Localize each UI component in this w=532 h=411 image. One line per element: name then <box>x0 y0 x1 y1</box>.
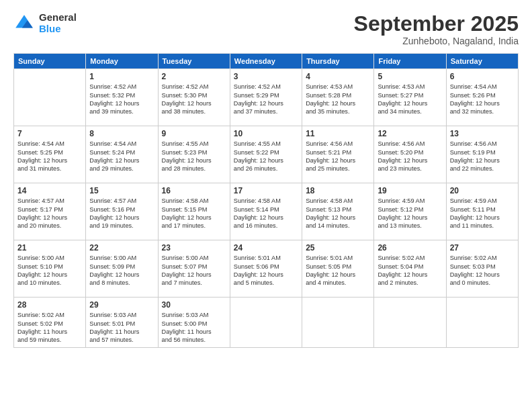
calendar-cell: 13Sunrise: 4:56 AM Sunset: 5:19 PM Dayli… <box>446 126 518 183</box>
day-number: 18 <box>306 186 370 195</box>
day-info: Sunrise: 5:00 AM Sunset: 5:07 PM Dayligh… <box>162 254 226 287</box>
day-number: 29 <box>89 300 154 310</box>
calendar-cell: 29Sunrise: 5:03 AM Sunset: 5:01 PM Dayli… <box>86 298 158 348</box>
calendar-cell: 20Sunrise: 4:59 AM Sunset: 5:11 PM Dayli… <box>446 183 518 240</box>
day-info: Sunrise: 4:53 AM Sunset: 5:27 PM Dayligh… <box>378 83 442 116</box>
header: General Blue September 2025 Zunheboto, N… <box>13 12 519 46</box>
logo-general-text: General <box>39 12 77 24</box>
day-info: Sunrise: 4:58 AM Sunset: 5:14 PM Dayligh… <box>234 197 298 230</box>
day-info: Sunrise: 5:00 AM Sunset: 5:10 PM Dayligh… <box>17 254 82 287</box>
day-number: 8 <box>89 129 154 138</box>
page: General Blue September 2025 Zunheboto, N… <box>0 0 532 411</box>
calendar-cell: 8Sunrise: 4:54 AM Sunset: 5:24 PM Daylig… <box>86 126 158 183</box>
day-number: 26 <box>378 243 442 253</box>
logo-icon <box>13 13 35 34</box>
day-header-monday: Monday <box>86 54 158 69</box>
calendar-cell: 7Sunrise: 4:54 AM Sunset: 5:25 PM Daylig… <box>14 126 86 183</box>
day-number: 19 <box>378 186 442 195</box>
day-header-tuesday: Tuesday <box>158 54 230 69</box>
day-number: 9 <box>162 129 226 138</box>
day-info: Sunrise: 4:53 AM Sunset: 5:28 PM Dayligh… <box>306 83 370 116</box>
day-number: 24 <box>234 243 298 253</box>
day-info: Sunrise: 4:56 AM Sunset: 5:19 PM Dayligh… <box>450 140 515 173</box>
day-number: 10 <box>234 129 298 138</box>
calendar-cell: 9Sunrise: 4:55 AM Sunset: 5:23 PM Daylig… <box>158 126 230 183</box>
calendar-cell: 17Sunrise: 4:58 AM Sunset: 5:14 PM Dayli… <box>230 183 302 240</box>
week-row-2: 7Sunrise: 4:54 AM Sunset: 5:25 PM Daylig… <box>14 126 519 183</box>
month-title: September 2025 <box>354 12 519 36</box>
day-info: Sunrise: 4:56 AM Sunset: 5:20 PM Dayligh… <box>378 140 442 173</box>
day-number: 23 <box>162 243 226 253</box>
day-info: Sunrise: 4:58 AM Sunset: 5:13 PM Dayligh… <box>306 197 370 230</box>
day-number: 1 <box>89 72 154 81</box>
day-info: Sunrise: 4:54 AM Sunset: 5:25 PM Dayligh… <box>17 140 82 173</box>
day-number: 16 <box>162 186 226 195</box>
calendar-cell: 30Sunrise: 5:03 AM Sunset: 5:00 PM Dayli… <box>158 298 230 348</box>
logo-text: General Blue <box>39 12 77 34</box>
calendar-cell: 2Sunrise: 4:52 AM Sunset: 5:30 PM Daylig… <box>158 69 230 126</box>
calendar-cell: 1Sunrise: 4:52 AM Sunset: 5:32 PM Daylig… <box>86 69 158 126</box>
day-info: Sunrise: 4:55 AM Sunset: 5:23 PM Dayligh… <box>162 140 226 173</box>
location-subtitle: Zunheboto, Nagaland, India <box>354 36 519 46</box>
day-number: 3 <box>234 72 298 81</box>
day-info: Sunrise: 4:59 AM Sunset: 5:11 PM Dayligh… <box>450 197 515 230</box>
calendar-header-row: SundayMondayTuesdayWednesdayThursdayFrid… <box>14 54 519 69</box>
day-info: Sunrise: 4:52 AM Sunset: 5:30 PM Dayligh… <box>162 83 226 116</box>
day-number: 22 <box>89 243 154 253</box>
day-info: Sunrise: 4:57 AM Sunset: 5:17 PM Dayligh… <box>17 197 82 230</box>
calendar-cell <box>374 298 446 348</box>
day-info: Sunrise: 5:01 AM Sunset: 5:06 PM Dayligh… <box>234 254 298 287</box>
calendar-cell: 15Sunrise: 4:57 AM Sunset: 5:16 PM Dayli… <box>86 183 158 240</box>
calendar-cell <box>14 69 86 126</box>
calendar-cell: 23Sunrise: 5:00 AM Sunset: 5:07 PM Dayli… <box>158 240 230 298</box>
day-info: Sunrise: 4:55 AM Sunset: 5:22 PM Dayligh… <box>234 140 298 173</box>
day-number: 13 <box>450 129 515 138</box>
calendar-table: SundayMondayTuesdayWednesdayThursdayFrid… <box>13 53 519 348</box>
week-row-5: 28Sunrise: 5:02 AM Sunset: 5:02 PM Dayli… <box>14 298 519 348</box>
calendar-cell: 12Sunrise: 4:56 AM Sunset: 5:20 PM Dayli… <box>374 126 446 183</box>
calendar-cell: 10Sunrise: 4:55 AM Sunset: 5:22 PM Dayli… <box>230 126 302 183</box>
calendar-cell <box>302 298 374 348</box>
calendar-cell: 26Sunrise: 5:02 AM Sunset: 5:04 PM Dayli… <box>374 240 446 298</box>
day-number: 15 <box>89 186 154 195</box>
day-header-saturday: Saturday <box>446 54 518 69</box>
day-number: 5 <box>378 72 442 81</box>
day-number: 6 <box>450 72 515 81</box>
day-number: 4 <box>306 72 370 81</box>
calendar-cell: 22Sunrise: 5:00 AM Sunset: 5:09 PM Dayli… <box>86 240 158 298</box>
day-number: 28 <box>17 300 82 310</box>
day-info: Sunrise: 5:02 AM Sunset: 5:02 PM Dayligh… <box>17 311 82 345</box>
calendar-cell: 14Sunrise: 4:57 AM Sunset: 5:17 PM Dayli… <box>14 183 86 240</box>
day-info: Sunrise: 4:54 AM Sunset: 5:24 PM Dayligh… <box>89 140 154 173</box>
logo-blue-text: Blue <box>39 24 77 35</box>
day-info: Sunrise: 4:54 AM Sunset: 5:26 PM Dayligh… <box>450 83 515 116</box>
calendar-cell: 27Sunrise: 5:02 AM Sunset: 5:03 PM Dayli… <box>446 240 518 298</box>
day-info: Sunrise: 5:02 AM Sunset: 5:04 PM Dayligh… <box>378 254 442 287</box>
day-info: Sunrise: 4:58 AM Sunset: 5:15 PM Dayligh… <box>162 197 226 230</box>
day-info: Sunrise: 5:01 AM Sunset: 5:05 PM Dayligh… <box>306 254 370 287</box>
title-block: September 2025 Zunheboto, Nagaland, Indi… <box>354 12 519 46</box>
day-number: 25 <box>306 243 370 253</box>
day-number: 30 <box>162 300 226 310</box>
day-number: 17 <box>234 186 298 195</box>
week-row-1: 1Sunrise: 4:52 AM Sunset: 5:32 PM Daylig… <box>14 69 519 126</box>
day-info: Sunrise: 4:57 AM Sunset: 5:16 PM Dayligh… <box>89 197 154 230</box>
calendar-cell: 5Sunrise: 4:53 AM Sunset: 5:27 PM Daylig… <box>374 69 446 126</box>
day-header-wednesday: Wednesday <box>230 54 302 69</box>
day-header-friday: Friday <box>374 54 446 69</box>
day-number: 20 <box>450 186 515 195</box>
day-info: Sunrise: 4:52 AM Sunset: 5:32 PM Dayligh… <box>89 83 154 116</box>
day-number: 11 <box>306 129 370 138</box>
calendar-cell: 3Sunrise: 4:52 AM Sunset: 5:29 PM Daylig… <box>230 69 302 126</box>
calendar-cell <box>446 298 518 348</box>
day-header-sunday: Sunday <box>14 54 86 69</box>
day-number: 2 <box>162 72 226 81</box>
calendar-cell: 4Sunrise: 4:53 AM Sunset: 5:28 PM Daylig… <box>302 69 374 126</box>
logo: General Blue <box>13 12 77 34</box>
calendar-cell: 24Sunrise: 5:01 AM Sunset: 5:06 PM Dayli… <box>230 240 302 298</box>
calendar-cell: 25Sunrise: 5:01 AM Sunset: 5:05 PM Dayli… <box>302 240 374 298</box>
day-info: Sunrise: 5:00 AM Sunset: 5:09 PM Dayligh… <box>89 254 154 287</box>
calendar-cell: 6Sunrise: 4:54 AM Sunset: 5:26 PM Daylig… <box>446 69 518 126</box>
day-info: Sunrise: 4:59 AM Sunset: 5:12 PM Dayligh… <box>378 197 442 230</box>
day-number: 12 <box>378 129 442 138</box>
